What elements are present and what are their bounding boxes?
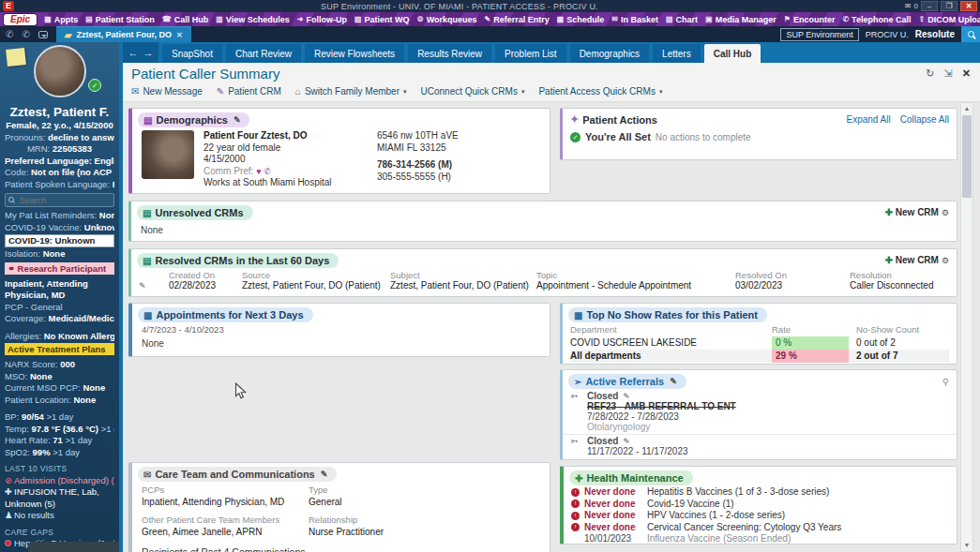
tab-close-icon[interactable]: ✕ xyxy=(176,31,183,39)
health-item[interactable]: !10/01/2023Influenza Vaccine (Season End… xyxy=(564,533,957,545)
visit-admission[interactable]: ⊘Admission (Discharged) (3) xyxy=(5,475,114,487)
crm-toolbar: ✉New Message ✎Patient CRM ⌂Switch Family… xyxy=(131,86,971,97)
referral-item[interactable]: ➳ Closed ✎ 11/17/2022 - 11/17/2023 xyxy=(563,435,957,458)
wrench-icon[interactable]: ⚙ xyxy=(942,256,949,265)
menu-item-dicom-upload[interactable]: ⇪DICOM Upload xyxy=(918,15,980,24)
patient-workspace-tab[interactable]: ▰ Zztest, Patient Four, DO ✕ xyxy=(56,26,191,42)
active-referrals-header[interactable]: ➣Active Referrals✎ xyxy=(568,374,686,389)
menu-item-referral-entry[interactable]: ✎Referral Entry xyxy=(485,15,550,24)
patient-photo[interactable] xyxy=(34,45,86,97)
sidebar-search-input[interactable] xyxy=(5,193,114,207)
care-team-header[interactable]: ✉Care Team and Communications✎ xyxy=(138,467,337,482)
switch-family-member-button[interactable]: ⌂Switch Family Member▾ xyxy=(295,86,407,97)
pin-icon[interactable]: ⚲ xyxy=(942,377,949,387)
menu-label: Encounter xyxy=(793,15,836,24)
resolved-crms-header[interactable]: ▤Resolved CRMs in the Last 60 Days xyxy=(137,253,339,268)
sidebar-patient-name[interactable]: Zztest, Patient F. xyxy=(5,105,114,120)
menu-item-workqueues[interactable]: ⚙Workqueues xyxy=(416,15,476,24)
health-item[interactable]: !Never doneCervical Cancer Screening: Cy… xyxy=(564,522,957,534)
menu-item-media-manager[interactable]: ▣Media Manager xyxy=(705,15,776,24)
menu-label: Media Manager xyxy=(716,15,776,24)
health-item[interactable]: !Never doneHPV Vaccines (1 - 2-dose seri… xyxy=(564,510,957,522)
minimize-button[interactable]: – xyxy=(921,1,938,11)
menu-item-schedule[interactable]: ▦Schedule xyxy=(557,15,605,24)
menu-item-telephone-call[interactable]: ✆Telephone Call xyxy=(842,15,911,24)
chat-bubble-icon[interactable] xyxy=(38,31,48,38)
vertical-scrollbar[interactable]: ▲ ▼ xyxy=(960,102,973,552)
health-maintenance-header[interactable]: ✚Health Maintenance xyxy=(569,470,693,485)
mail-icon[interactable]: ✉ xyxy=(905,2,912,10)
gear-icon: ⚙ xyxy=(416,15,423,23)
collapse-all-link[interactable]: Collapse All xyxy=(900,114,949,125)
patient-sidebar: ✓ Zztest, Patient F. Female, 22 y.o., 4/… xyxy=(0,42,119,552)
menu-item-patient-wq[interactable]: ▧Patient WQ xyxy=(354,15,410,24)
tab-letters[interactable]: Letters xyxy=(653,44,701,63)
health-item[interactable]: !Never doneHepatitis B Vaccines (1 of 3 … xyxy=(564,486,957,499)
unresolved-crms-header[interactable]: ▤Unresolved CRMs xyxy=(137,205,253,220)
uconnect-quick-crms-button[interactable]: UConnect Quick CRMs▾ xyxy=(421,86,525,97)
tab-results-review[interactable]: Results Review xyxy=(408,44,491,63)
tab-chart-review[interactable]: Chart Review xyxy=(226,44,301,63)
scrollbar-thumb[interactable] xyxy=(962,115,972,198)
resize-icon[interactable]: ⇲ xyxy=(944,67,953,80)
card-title: Appointments for Next 3 Days xyxy=(156,309,303,321)
search-button[interactable] xyxy=(961,26,980,42)
demographics-header[interactable]: ▤Demographics✎ xyxy=(138,112,249,127)
edit-pencil-icon[interactable]: ✎ xyxy=(139,281,169,291)
patient-access-quick-crms-button[interactable]: Patient Access Quick CRMs▾ xyxy=(538,86,662,97)
pcps-label: PCPs xyxy=(142,485,309,495)
back-arrow-icon[interactable]: ← xyxy=(128,47,139,58)
tab-demographics[interactable]: Demographics xyxy=(570,44,649,63)
tab-problem-list[interactable]: Problem List xyxy=(495,44,566,63)
relationship-value: Nurse Practitioner xyxy=(309,527,542,537)
phone-device-icon-2[interactable]: ✆ xyxy=(22,29,29,39)
patient-crm-button[interactable]: ✎Patient CRM xyxy=(217,86,281,97)
menu-item-call-hub[interactable]: ☎Call Hub xyxy=(162,15,208,24)
menu-item-chart[interactable]: ▨Chart xyxy=(666,15,698,24)
covid-status-box[interactable]: COVID-19: Unknown xyxy=(5,234,114,247)
menu-label: Appts xyxy=(54,15,79,24)
appointments-header[interactable]: ▦Appointments for Next 3 Days xyxy=(138,307,313,322)
sticky-note-icon[interactable] xyxy=(6,48,26,67)
active-treatment-plans-badge[interactable]: Active Treatment Plans xyxy=(5,343,114,355)
health-item[interactable]: !Never doneCovid-19 Vaccine (1) xyxy=(564,499,957,511)
wrench-icon[interactable]: ⚙ xyxy=(942,208,949,217)
visit-infusion[interactable]: ✚INFUSION THE, Lab, Unknown (5) xyxy=(5,486,114,510)
new-message-button[interactable]: ✉New Message xyxy=(131,86,203,97)
menu-item-follow-up[interactable]: ➜Follow-Up xyxy=(297,15,347,24)
media-icon: ▣ xyxy=(705,15,713,23)
patient-photo[interactable] xyxy=(142,130,194,179)
edit-pencil-icon[interactable]: ✎ xyxy=(670,377,677,386)
menu-item-encounter[interactable]: ⚑Encounter xyxy=(784,15,836,24)
maximize-button[interactable]: ❐ xyxy=(941,1,957,11)
epic-logo[interactable]: Epic xyxy=(4,14,37,25)
referral-title[interactable]: REF23 - AMB REFERRAL TO ENT xyxy=(587,401,736,411)
edit-pencil-icon: ✎ xyxy=(623,392,630,401)
visit-no-results: ♟No results xyxy=(5,510,114,522)
referral-item[interactable]: ➳ Closed ✎ REF23 - AMB REFERRAL TO ENT 7… xyxy=(563,390,957,435)
edit-pencil-icon[interactable]: ✎ xyxy=(321,470,328,479)
menu-item-appts[interactable]: ▦Appts xyxy=(44,15,78,24)
menu-item-view-schedules[interactable]: ▥View Schedules xyxy=(216,15,289,24)
no-show-header[interactable]: ▦Top No Show Rates for this Patient xyxy=(568,307,767,322)
expand-all-link[interactable]: Expand All xyxy=(846,114,890,125)
research-participant-badge[interactable]: ⚭ Research Participant xyxy=(5,262,114,275)
tab-review-flowsheets[interactable]: Review Flowsheets xyxy=(305,44,404,63)
scroll-up-arrow[interactable]: ▲ xyxy=(961,103,972,114)
phone-device-icon[interactable]: ✆ xyxy=(6,29,13,39)
new-crm-button[interactable]: ✚New CRM⚙ xyxy=(884,207,949,217)
refresh-icon[interactable]: ↻ xyxy=(926,67,934,80)
tab-snapshot[interactable]: SnapShot xyxy=(162,44,222,63)
close-button[interactable]: ✕ xyxy=(960,1,977,11)
new-crm-button[interactable]: ✚New CRM⚙ xyxy=(884,255,949,265)
logged-in-user[interactable]: PROCIV U. xyxy=(866,30,909,39)
forward-arrow-icon[interactable]: → xyxy=(143,47,154,58)
edit-pencil-icon[interactable]: ✎ xyxy=(234,115,241,125)
schedule-icon: ▥ xyxy=(216,15,223,23)
scroll-down-arrow[interactable]: ▼ xyxy=(961,540,972,551)
tab-call-hub[interactable]: Call Hub xyxy=(704,44,761,63)
menu-item-patient-station[interactable]: ▤Patient Station xyxy=(85,15,155,24)
menu-item-in-basket[interactable]: ✉In Basket xyxy=(611,15,658,24)
close-activity-icon[interactable]: ✕ xyxy=(962,67,971,80)
cell-department: COVID USCREEN LAKESIDE xyxy=(570,336,772,350)
